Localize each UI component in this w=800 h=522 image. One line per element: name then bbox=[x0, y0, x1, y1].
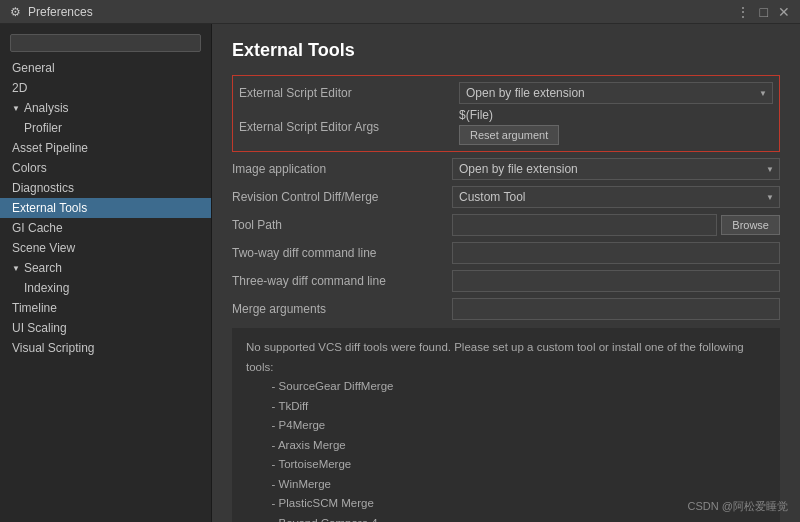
close-icon[interactable]: ✕ bbox=[776, 4, 792, 20]
three-way-diff-input[interactable] bbox=[452, 270, 780, 292]
watermark: CSDN @阿松爱睡觉 bbox=[688, 499, 788, 514]
menu-icon[interactable]: ⋮ bbox=[734, 4, 752, 20]
title-bar: ⚙ Preferences ⋮ □ ✕ bbox=[0, 0, 800, 24]
two-way-diff-control bbox=[452, 242, 780, 264]
script-editor-label: External Script Editor bbox=[239, 86, 459, 100]
script-editor-args-row: External Script Editor Args $(File) Rese… bbox=[239, 106, 773, 147]
script-editor-args-label: External Script Editor Args bbox=[239, 120, 459, 134]
tool-path-row: Tool Path Browse bbox=[232, 212, 780, 238]
sidebar-item-diagnostics[interactable]: Diagnostics bbox=[0, 178, 211, 198]
preferences-icon: ⚙ bbox=[8, 5, 22, 19]
sidebar-item-scene-view[interactable]: Scene View bbox=[0, 238, 211, 258]
sidebar-item-analysis[interactable]: Analysis bbox=[0, 98, 211, 118]
script-editor-row: External Script Editor Open by file exte… bbox=[239, 80, 773, 106]
maximize-icon[interactable]: □ bbox=[758, 4, 770, 20]
tool-path-input[interactable] bbox=[452, 214, 717, 236]
info-tool-araxis: - Araxis Merge bbox=[246, 439, 346, 451]
image-application-row: Image application Open by file extension bbox=[232, 156, 780, 182]
image-application-dropdown[interactable]: Open by file extension bbox=[452, 158, 780, 180]
merge-arguments-input[interactable] bbox=[452, 298, 780, 320]
revision-control-label: Revision Control Diff/Merge bbox=[232, 190, 452, 204]
script-editor-args-value: $(File) bbox=[459, 108, 493, 122]
merge-arguments-control bbox=[452, 298, 780, 320]
title-bar-text: Preferences bbox=[28, 5, 734, 19]
info-main-text: No supported VCS diff tools were found. … bbox=[246, 341, 744, 373]
revision-control-control: Custom Tool bbox=[452, 186, 780, 208]
sidebar-search-input[interactable] bbox=[10, 34, 201, 52]
three-way-diff-label: Three-way diff command line bbox=[232, 274, 452, 288]
image-application-label: Image application bbox=[232, 162, 452, 176]
title-bar-controls: ⋮ □ ✕ bbox=[734, 4, 792, 20]
sidebar-item-profiler[interactable]: Profiler bbox=[0, 118, 211, 138]
script-editor-section: External Script Editor Open by file exte… bbox=[232, 75, 780, 152]
sidebar-item-external-tools[interactable]: External Tools bbox=[0, 198, 211, 218]
tool-path-label: Tool Path bbox=[232, 218, 452, 232]
main-layout: General 2D Analysis Profiler Asset Pipel… bbox=[0, 24, 800, 522]
sidebar-search-container bbox=[4, 30, 207, 56]
info-tool-tortoise: - TortoiseMerge bbox=[246, 458, 351, 470]
three-way-diff-control bbox=[452, 270, 780, 292]
sidebar-item-colors[interactable]: Colors bbox=[0, 158, 211, 178]
info-tool-winmerge: - WinMerge bbox=[246, 478, 331, 490]
reset-argument-button[interactable]: Reset argument bbox=[459, 125, 559, 145]
merge-arguments-row: Merge arguments bbox=[232, 296, 780, 322]
script-editor-args-control: $(File) Reset argument bbox=[459, 108, 773, 145]
info-box: No supported VCS diff tools were found. … bbox=[232, 328, 780, 522]
sidebar-item-ui-scaling[interactable]: UI Scaling bbox=[0, 318, 211, 338]
args-row: Reset argument bbox=[459, 125, 773, 145]
revision-control-dropdown[interactable]: Custom Tool bbox=[452, 186, 780, 208]
script-editor-dropdown[interactable]: Open by file extension bbox=[459, 82, 773, 104]
sidebar-item-2d[interactable]: 2D bbox=[0, 78, 211, 98]
sidebar-item-indexing[interactable]: Indexing bbox=[0, 278, 211, 298]
script-editor-control: Open by file extension bbox=[459, 82, 773, 104]
info-tool-p4merge: - P4Merge bbox=[246, 419, 325, 431]
sidebar-item-asset-pipeline[interactable]: Asset Pipeline bbox=[0, 138, 211, 158]
three-way-diff-row: Three-way diff command line bbox=[232, 268, 780, 294]
merge-arguments-label: Merge arguments bbox=[232, 302, 452, 316]
info-tool-sourcegear: - SourceGear DiffMerge bbox=[246, 380, 393, 392]
info-tool-plasticscm: - PlasticSCM Merge bbox=[246, 497, 374, 509]
sidebar-item-timeline[interactable]: Timeline bbox=[0, 298, 211, 318]
sidebar-item-general[interactable]: General bbox=[0, 58, 211, 78]
info-tool-tkdiff: - TkDiff bbox=[246, 400, 308, 412]
sidebar: General 2D Analysis Profiler Asset Pipel… bbox=[0, 24, 212, 522]
page-title: External Tools bbox=[232, 40, 780, 61]
browse-button[interactable]: Browse bbox=[721, 215, 780, 235]
sidebar-item-gi-cache[interactable]: GI Cache bbox=[0, 218, 211, 238]
sidebar-item-search[interactable]: Search bbox=[0, 258, 211, 278]
two-way-diff-row: Two-way diff command line bbox=[232, 240, 780, 266]
revision-control-row: Revision Control Diff/Merge Custom Tool bbox=[232, 184, 780, 210]
info-tool-beyond-compare: - Beyond Compare 4 bbox=[246, 517, 378, 522]
two-way-diff-input[interactable] bbox=[452, 242, 780, 264]
tool-path-control: Browse bbox=[452, 214, 780, 236]
image-application-control: Open by file extension bbox=[452, 158, 780, 180]
two-way-diff-label: Two-way diff command line bbox=[232, 246, 452, 260]
content-area: External Tools External Script Editor Op… bbox=[212, 24, 800, 522]
sidebar-item-visual-scripting[interactable]: Visual Scripting bbox=[0, 338, 211, 358]
